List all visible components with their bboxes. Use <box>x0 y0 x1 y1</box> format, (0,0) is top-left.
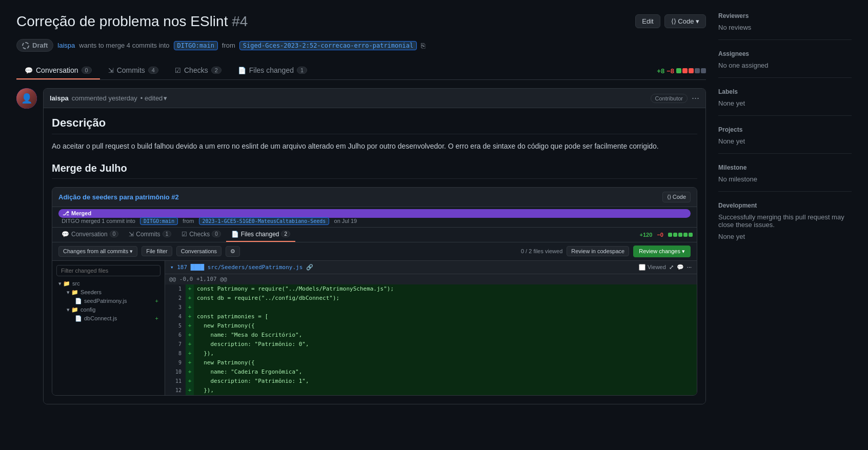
code-button[interactable]: ⟨⟩ Code ▾ <box>664 14 706 28</box>
tree-item-seeders[interactable]: ▾ 📁 Seeders <box>56 288 160 297</box>
embedded-tabs: 💬 Conversation 0 ⇲ Commits 1 ☑ <box>52 228 697 242</box>
file-icon: 📄 <box>75 298 82 304</box>
tab-commits[interactable]: ⇲ Commits 4 <box>100 62 167 79</box>
embedded-head-branch[interactable]: 2023-1-GCE5-S1GE0-MateusCaltabiano-Seeds <box>199 217 330 225</box>
edit-button[interactable]: Edit <box>635 14 660 28</box>
diff-line: 11+ description: "Patrimônio: 1", <box>165 377 697 386</box>
development-none: None yet <box>718 233 852 240</box>
review-in-codespace-button[interactable]: Review in codespace <box>567 246 629 256</box>
tree-item-dbconnect[interactable]: 📄 dbConnect.js + <box>56 314 160 323</box>
comment-author[interactable]: laispa <box>50 94 69 102</box>
tab-commits-badge: 4 <box>148 67 158 74</box>
copy-branch-icon[interactable]: ⎘ <box>421 42 425 50</box>
viewed-checkbox[interactable]: Viewed <box>639 264 666 271</box>
line-sign: + <box>186 340 194 349</box>
line-content: name: "Cadeira Ergonômica", <box>194 367 697 377</box>
comment-header: laispa commented yesterday • edited ▾ Co… <box>44 89 705 108</box>
diff-line: 5+ new Patrimony({ <box>165 321 697 331</box>
diff-block-5 <box>701 68 706 73</box>
expand-icon[interactable]: ⤢ <box>669 264 674 271</box>
embedded-pr-title[interactable]: Adição de seeders para patrimônio #2 <box>58 193 179 201</box>
line-sign: + <box>186 294 194 303</box>
embedded-tab-commits[interactable]: ⇲ Commits 1 <box>124 228 176 242</box>
diff-file-actions: Viewed ⤢ 💬 ··· <box>639 264 692 271</box>
embedded-tab-files-changed[interactable]: 📄 Files changed 2 <box>226 228 295 242</box>
from-text: from <box>222 42 235 49</box>
line-sign: + <box>186 303 194 312</box>
diff-block-4 <box>695 68 700 73</box>
commits-icon: ⇲ <box>108 67 114 74</box>
embedded-code-button[interactable]: ⟨⟩ Code <box>662 192 691 202</box>
pr-author[interactable]: laispa <box>57 42 75 49</box>
file-tree: ▾ 📁 src ▾ 📁 Seeders <box>52 261 165 396</box>
avatar: 👤 <box>16 88 37 109</box>
sidebar-reviewers: Reviewers No reviews <box>718 12 852 40</box>
line-number: 9 <box>165 358 186 367</box>
embedded-tab-checks[interactable]: ☑ Checks 0 <box>176 228 226 242</box>
review-changes-button[interactable]: Review changes ▾ <box>633 246 691 257</box>
comment-more-button[interactable]: ··· <box>692 93 699 104</box>
sidebar-projects: Projects None yet <box>718 126 852 154</box>
diff-add: +8 <box>657 67 664 75</box>
conversations-button[interactable]: Conversations <box>176 246 221 256</box>
diff-line: 10+ name: "Cadeira Ergonômica", <box>165 367 697 377</box>
filter-changed-files-input[interactable] <box>56 265 160 276</box>
tree-item-src[interactable]: ▾ 📁 src <box>56 279 160 288</box>
checks-icon: ☑ <box>175 67 181 74</box>
pr-title-text: Correção de problema nos ESlint <box>16 13 228 29</box>
line-number: 7 <box>165 340 186 349</box>
draft-badge: Draft <box>16 39 53 52</box>
pr-tabs: 💬 Conversation 0 ⇲ Commits 4 ☑ Checks 2 … <box>16 62 706 80</box>
diff-line: 8+ }), <box>165 349 697 358</box>
line-content: }), <box>194 349 697 358</box>
file-filter-button[interactable]: File filter <box>142 246 172 256</box>
line-sign: + <box>186 349 194 358</box>
tab-commits-label: Commits <box>117 66 145 74</box>
milestone-label: Milestone <box>718 164 852 171</box>
head-branch-tag[interactable]: Siged-Gces-2023-2:52-correcao-erro-patri… <box>239 41 417 50</box>
tab-checks[interactable]: ☑ Checks 2 <box>167 62 230 79</box>
description-heading: Descrição <box>52 116 697 134</box>
labels-label: Labels <box>718 88 852 95</box>
line-content: name: "Mesa do Escritório", <box>194 331 697 340</box>
comment-icon[interactable]: 💬 <box>677 264 684 271</box>
tab-files-badge: 1 <box>297 67 307 74</box>
viewed-checkbox-input[interactable] <box>639 264 645 271</box>
base-branch-tag[interactable]: DITGO:main <box>174 41 218 50</box>
files-icon: 📄 <box>238 67 246 74</box>
diff-line: 4+const patrimonies = [ <box>165 312 697 321</box>
diff-line: 12+ }), <box>165 386 697 395</box>
tree-item-seedpatrimony[interactable]: 📄 seedPatrimony.js + <box>56 297 160 305</box>
right-sidebar: Reviewers No reviews Assignees No one as… <box>718 12 852 413</box>
pr-meta: Draft laispa wants to merge 4 commits in… <box>16 39 706 52</box>
settings-icon[interactable]: ⚙ <box>226 246 240 257</box>
toolbar-right: 0 / 2 files viewed Review in codespace R… <box>521 246 691 257</box>
diff-file-path: ▾ 187 ████ src/Seeders/seedPatrimony.js … <box>170 264 313 271</box>
line-number: 1 <box>165 284 186 294</box>
embedded-base-branch[interactable]: DITGO:main <box>140 217 178 225</box>
chevron-down-icon: ▾ <box>164 94 167 102</box>
folder-icon: ▾ 📁 <box>58 280 70 287</box>
embedded-tab-conversation[interactable]: 💬 Conversation 0 <box>56 228 124 242</box>
tree-item-config[interactable]: ▾ 📁 config <box>56 305 160 314</box>
pr-action-text: wants to merge 4 commits into <box>79 42 169 49</box>
line-number: 8 <box>165 349 186 358</box>
sidebar-development: Development Successfully merging this pu… <box>718 202 852 249</box>
line-sign: + <box>186 367 194 377</box>
header-actions: Edit ⟨⟩ Code ▾ <box>635 14 706 28</box>
folder-icon: ▾ 📁 <box>67 289 78 296</box>
more-options-icon[interactable]: ··· <box>687 264 692 270</box>
diff-line: 2+const db = require("../config/dbConnec… <box>165 294 697 303</box>
tab-conversation[interactable]: 💬 Conversation 0 <box>16 62 100 79</box>
file-icon: 📄 <box>75 315 82 322</box>
changes-from-all-commits-button[interactable]: Changes from all commits ▾ <box>58 246 137 257</box>
tab-files-changed[interactable]: 📄 Files changed 1 <box>230 62 315 79</box>
conversation-icon: 💬 <box>25 67 33 74</box>
folder-icon: ▾ 📁 <box>67 306 78 313</box>
pr-title: Correção de problema nos ESlint #4 <box>16 12 248 31</box>
edited-dropdown[interactable]: • edited ▾ <box>140 94 168 102</box>
line-number: 11 <box>165 377 186 386</box>
diff-block-2 <box>682 68 688 73</box>
diff-stats: +8 −8 <box>657 67 706 75</box>
development-value: Successfully merging this pull request m… <box>718 213 852 229</box>
